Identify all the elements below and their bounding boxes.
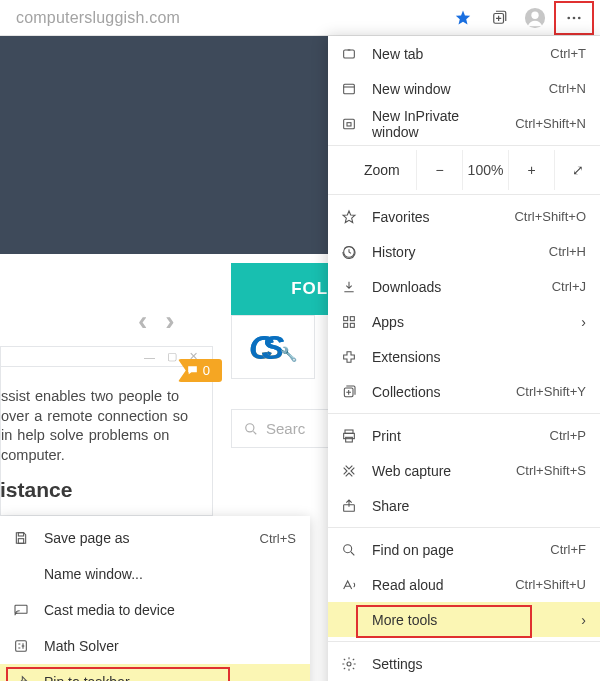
print-icon [340, 427, 358, 445]
submenu-pin-taskbar[interactable]: Pin to taskbar [0, 664, 310, 681]
svg-rect-15 [350, 323, 354, 327]
maximize-icon: ▢ [167, 350, 177, 363]
minimize-icon: — [144, 351, 155, 363]
menu-apps[interactable]: Apps › [328, 304, 600, 339]
submenu-cast[interactable]: Cast media to device [0, 592, 310, 628]
profile-icon[interactable] [518, 1, 552, 35]
zoom-in-button[interactable]: + [508, 150, 554, 190]
capture-icon [340, 462, 358, 480]
site-logo: CS🔧 [231, 315, 315, 379]
chevron-right-icon[interactable]: › [165, 305, 174, 337]
svg-rect-19 [346, 437, 353, 442]
zoom-value: 100% [462, 150, 508, 190]
carousel-arrows[interactable]: ‹ › [138, 305, 175, 337]
inprivate-icon [340, 115, 358, 133]
svg-rect-9 [344, 119, 355, 128]
menu-read-aloud[interactable]: Read aloud Ctrl+Shift+U [328, 567, 600, 602]
more-menu-button[interactable] [554, 1, 594, 35]
svg-rect-13 [350, 316, 354, 320]
menu-web-capture[interactable]: Web capture Ctrl+Shift+S [328, 453, 600, 488]
svg-rect-14 [344, 323, 348, 327]
menu-more-tools[interactable]: More tools › [328, 602, 600, 637]
favorites-icon [340, 208, 358, 226]
svg-point-6 [246, 423, 254, 431]
svg-rect-8 [344, 84, 355, 93]
zoom-out-button[interactable]: − [416, 150, 462, 190]
menu-collections[interactable]: Collections Ctrl+Shift+Y [328, 374, 600, 409]
post-heading: istance [0, 478, 72, 502]
url-text: computersluggish.com [6, 9, 446, 27]
svg-rect-27 [16, 641, 27, 652]
browser-context-menu: New tab Ctrl+T New window Ctrl+N New InP… [328, 36, 600, 681]
more-tools-submenu: Save page as Ctrl+S Name window... Cast … [0, 516, 310, 681]
svg-point-2 [531, 11, 538, 18]
svg-rect-26 [15, 605, 27, 613]
fullscreen-icon[interactable]: ⤢ [554, 150, 600, 190]
svg-rect-7 [344, 50, 355, 58]
menu-find[interactable]: Find on page Ctrl+F [328, 532, 600, 567]
window-icon [340, 80, 358, 98]
svg-point-3 [567, 16, 570, 19]
svg-rect-25 [18, 539, 23, 544]
find-icon [340, 541, 358, 559]
cast-icon [12, 601, 30, 619]
menu-inprivate[interactable]: New InPrivate window Ctrl+Shift+N [328, 106, 600, 141]
save-icon [12, 529, 30, 547]
math-icon [12, 637, 30, 655]
menu-zoom: Zoom − 100% + ⤢ [328, 150, 600, 190]
svg-point-4 [573, 16, 576, 19]
pin-icon [12, 673, 30, 681]
menu-new-window[interactable]: New window Ctrl+N [328, 71, 600, 106]
svg-rect-24 [18, 533, 23, 536]
menu-favorites[interactable]: Favorites Ctrl+Shift+O [328, 199, 600, 234]
chevron-left-icon[interactable]: ‹ [138, 305, 147, 337]
download-icon [340, 278, 358, 296]
gear-icon [340, 655, 358, 673]
menu-downloads[interactable]: Downloads Ctrl+J [328, 269, 600, 304]
menu-settings[interactable]: Settings [328, 646, 600, 681]
menu-share[interactable]: Share [328, 488, 600, 523]
share-icon [340, 497, 358, 515]
history-icon [340, 243, 358, 261]
submenu-math[interactable]: Math Solver [0, 628, 310, 664]
favorite-star-icon[interactable] [446, 1, 480, 35]
tab-icon [340, 45, 358, 63]
card-text: ssist enables two people to over a remot… [1, 367, 212, 471]
search-icon [244, 422, 258, 436]
extensions-icon [340, 348, 358, 366]
svg-rect-12 [344, 316, 348, 320]
submenu-name-window[interactable]: Name window... [0, 556, 310, 592]
chevron-right-icon: › [581, 612, 586, 628]
menu-extensions[interactable]: Extensions [328, 339, 600, 374]
chevron-right-icon: › [581, 314, 586, 330]
svg-point-22 [347, 662, 351, 666]
read-aloud-icon [340, 576, 358, 594]
svg-rect-10 [347, 122, 351, 125]
collections-icon [340, 383, 358, 401]
menu-print[interactable]: Print Ctrl+P [328, 418, 600, 453]
menu-new-tab[interactable]: New tab Ctrl+T [328, 36, 600, 71]
collections-icon[interactable] [482, 1, 516, 35]
menu-history[interactable]: History Ctrl+H [328, 234, 600, 269]
svg-point-21 [344, 544, 352, 552]
apps-icon [340, 313, 358, 331]
submenu-save-as[interactable]: Save page as Ctrl+S [0, 520, 310, 556]
svg-point-5 [578, 16, 581, 19]
